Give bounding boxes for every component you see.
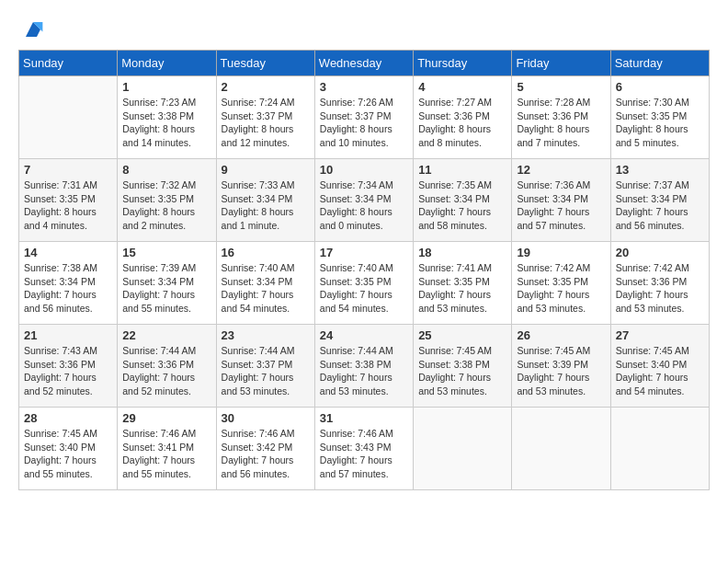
day-number: 16 xyxy=(222,246,310,259)
calendar-cell: 19Sunrise: 7:42 AMSunset: 3:35 PMDayligh… xyxy=(512,242,610,325)
day-info: Sunrise: 7:43 AMSunset: 3:36 PMDaylight:… xyxy=(24,344,112,398)
calendar-cell: 18Sunrise: 7:41 AMSunset: 3:35 PMDayligh… xyxy=(414,242,512,325)
day-info: Sunrise: 7:27 AMSunset: 3:36 PMDaylight:… xyxy=(418,96,506,150)
calendar-cell: 10Sunrise: 7:34 AMSunset: 3:34 PMDayligh… xyxy=(314,159,413,242)
week-row-1: 1Sunrise: 7:23 AMSunset: 3:38 PMDaylight… xyxy=(19,76,710,159)
day-number: 7 xyxy=(24,163,112,177)
day-number: 1 xyxy=(122,80,210,94)
calendar-cell: 8Sunrise: 7:32 AMSunset: 3:35 PMDaylight… xyxy=(118,159,216,242)
day-number: 10 xyxy=(320,163,408,177)
calendar-cell: 30Sunrise: 7:46 AMSunset: 3:42 PMDayligh… xyxy=(216,408,314,490)
day-info: Sunrise: 7:40 AMSunset: 3:35 PMDaylight:… xyxy=(320,261,408,316)
day-info: Sunrise: 7:44 AMSunset: 3:36 PMDaylight:… xyxy=(122,344,210,398)
calendar-cell: 29Sunrise: 7:46 AMSunset: 3:41 PMDayligh… xyxy=(118,408,216,490)
weekday-header-sunday: Sunday xyxy=(19,51,118,76)
logo-icon xyxy=(22,18,44,40)
calendar-cell: 31Sunrise: 7:46 AMSunset: 3:43 PMDayligh… xyxy=(314,408,413,490)
week-row-4: 21Sunrise: 7:43 AMSunset: 3:36 PMDayligh… xyxy=(19,325,710,408)
day-number: 2 xyxy=(222,80,310,94)
calendar-cell: 6Sunrise: 7:30 AMSunset: 3:35 PMDaylight… xyxy=(610,76,709,159)
day-info: Sunrise: 7:28 AMSunset: 3:36 PMDaylight:… xyxy=(517,96,605,150)
day-number: 31 xyxy=(320,411,408,425)
day-number: 19 xyxy=(517,246,605,259)
day-info: Sunrise: 7:45 AMSunset: 3:40 PMDaylight:… xyxy=(24,427,112,481)
calendar-cell: 12Sunrise: 7:36 AMSunset: 3:34 PMDayligh… xyxy=(512,159,610,242)
day-number: 9 xyxy=(222,163,310,177)
calendar-cell: 2Sunrise: 7:24 AMSunset: 3:37 PMDaylight… xyxy=(216,76,314,159)
day-number: 26 xyxy=(517,328,605,342)
day-info: Sunrise: 7:40 AMSunset: 3:34 PMDaylight:… xyxy=(222,261,310,316)
calendar-cell: 9Sunrise: 7:33 AMSunset: 3:34 PMDaylight… xyxy=(216,159,314,242)
calendar-cell xyxy=(512,408,610,490)
day-number: 25 xyxy=(418,328,506,342)
day-number: 8 xyxy=(122,163,210,177)
day-info: Sunrise: 7:46 AMSunset: 3:42 PMDaylight:… xyxy=(222,427,310,481)
weekday-header-wednesday: Wednesday xyxy=(314,51,413,76)
calendar-cell: 14Sunrise: 7:38 AMSunset: 3:34 PMDayligh… xyxy=(19,242,118,325)
day-number: 27 xyxy=(616,328,704,342)
calendar-cell: 16Sunrise: 7:40 AMSunset: 3:34 PMDayligh… xyxy=(216,242,314,325)
calendar-cell: 5Sunrise: 7:28 AMSunset: 3:36 PMDaylight… xyxy=(512,76,610,159)
calendar-cell: 21Sunrise: 7:43 AMSunset: 3:36 PMDayligh… xyxy=(19,325,118,408)
day-info: Sunrise: 7:39 AMSunset: 3:34 PMDaylight:… xyxy=(122,261,210,316)
calendar-cell: 22Sunrise: 7:44 AMSunset: 3:36 PMDayligh… xyxy=(118,325,216,408)
day-number: 21 xyxy=(24,328,112,342)
day-info: Sunrise: 7:44 AMSunset: 3:37 PMDaylight:… xyxy=(222,344,310,398)
day-info: Sunrise: 7:46 AMSunset: 3:43 PMDaylight:… xyxy=(320,427,408,481)
day-info: Sunrise: 7:42 AMSunset: 3:36 PMDaylight:… xyxy=(616,261,704,316)
page-header xyxy=(18,18,710,40)
day-info: Sunrise: 7:31 AMSunset: 3:35 PMDaylight:… xyxy=(24,178,112,233)
day-info: Sunrise: 7:32 AMSunset: 3:35 PMDaylight:… xyxy=(122,178,210,233)
day-number: 4 xyxy=(418,80,506,94)
day-info: Sunrise: 7:45 AMSunset: 3:39 PMDaylight:… xyxy=(517,344,605,398)
day-info: Sunrise: 7:45 AMSunset: 3:40 PMDaylight:… xyxy=(616,344,704,398)
day-info: Sunrise: 7:41 AMSunset: 3:35 PMDaylight:… xyxy=(418,261,506,316)
day-info: Sunrise: 7:37 AMSunset: 3:34 PMDaylight:… xyxy=(616,178,704,233)
day-info: Sunrise: 7:45 AMSunset: 3:38 PMDaylight:… xyxy=(418,344,506,398)
day-info: Sunrise: 7:34 AMSunset: 3:34 PMDaylight:… xyxy=(320,178,408,233)
week-row-3: 14Sunrise: 7:38 AMSunset: 3:34 PMDayligh… xyxy=(19,242,710,325)
calendar-cell: 24Sunrise: 7:44 AMSunset: 3:38 PMDayligh… xyxy=(314,325,413,408)
calendar-cell: 7Sunrise: 7:31 AMSunset: 3:35 PMDaylight… xyxy=(19,159,118,242)
calendar-cell: 3Sunrise: 7:26 AMSunset: 3:37 PMDaylight… xyxy=(314,76,413,159)
week-row-5: 28Sunrise: 7:45 AMSunset: 3:40 PMDayligh… xyxy=(19,408,710,490)
day-number: 12 xyxy=(517,163,605,177)
day-number: 13 xyxy=(616,163,704,177)
day-number: 5 xyxy=(517,80,605,94)
day-info: Sunrise: 7:30 AMSunset: 3:35 PMDaylight:… xyxy=(616,96,704,150)
weekday-header-thursday: Thursday xyxy=(414,51,512,76)
weekday-header-friday: Friday xyxy=(512,51,610,76)
calendar-cell: 26Sunrise: 7:45 AMSunset: 3:39 PMDayligh… xyxy=(512,325,610,408)
calendar-table: SundayMondayTuesdayWednesdayThursdayFrid… xyxy=(18,50,710,490)
day-number: 15 xyxy=(122,246,210,259)
calendar-cell: 17Sunrise: 7:40 AMSunset: 3:35 PMDayligh… xyxy=(314,242,413,325)
day-number: 6 xyxy=(616,80,704,94)
weekday-header-tuesday: Tuesday xyxy=(216,51,314,76)
calendar-cell: 27Sunrise: 7:45 AMSunset: 3:40 PMDayligh… xyxy=(610,325,709,408)
calendar-cell: 13Sunrise: 7:37 AMSunset: 3:34 PMDayligh… xyxy=(610,159,709,242)
day-number: 11 xyxy=(418,163,506,177)
calendar-cell: 11Sunrise: 7:35 AMSunset: 3:34 PMDayligh… xyxy=(414,159,512,242)
calendar-cell xyxy=(610,408,709,490)
calendar-cell: 28Sunrise: 7:45 AMSunset: 3:40 PMDayligh… xyxy=(19,408,118,490)
calendar-cell xyxy=(19,76,118,159)
day-info: Sunrise: 7:38 AMSunset: 3:34 PMDaylight:… xyxy=(24,261,112,316)
calendar-cell: 15Sunrise: 7:39 AMSunset: 3:34 PMDayligh… xyxy=(118,242,216,325)
calendar-cell: 1Sunrise: 7:23 AMSunset: 3:38 PMDaylight… xyxy=(118,76,216,159)
day-number: 17 xyxy=(320,246,408,259)
calendar-cell xyxy=(414,408,512,490)
calendar-cell: 25Sunrise: 7:45 AMSunset: 3:38 PMDayligh… xyxy=(414,325,512,408)
day-info: Sunrise: 7:46 AMSunset: 3:41 PMDaylight:… xyxy=(122,427,210,481)
calendar-cell: 4Sunrise: 7:27 AMSunset: 3:36 PMDaylight… xyxy=(414,76,512,159)
day-number: 28 xyxy=(24,411,112,425)
day-info: Sunrise: 7:35 AMSunset: 3:34 PMDaylight:… xyxy=(418,178,506,233)
day-number: 3 xyxy=(320,80,408,94)
day-info: Sunrise: 7:42 AMSunset: 3:35 PMDaylight:… xyxy=(517,261,605,316)
day-number: 23 xyxy=(222,328,310,342)
day-info: Sunrise: 7:24 AMSunset: 3:37 PMDaylight:… xyxy=(222,96,310,150)
day-info: Sunrise: 7:23 AMSunset: 3:38 PMDaylight:… xyxy=(122,96,210,150)
logo xyxy=(18,18,44,40)
calendar-cell: 20Sunrise: 7:42 AMSunset: 3:36 PMDayligh… xyxy=(610,242,709,325)
day-number: 29 xyxy=(122,411,210,425)
day-number: 20 xyxy=(616,246,704,259)
